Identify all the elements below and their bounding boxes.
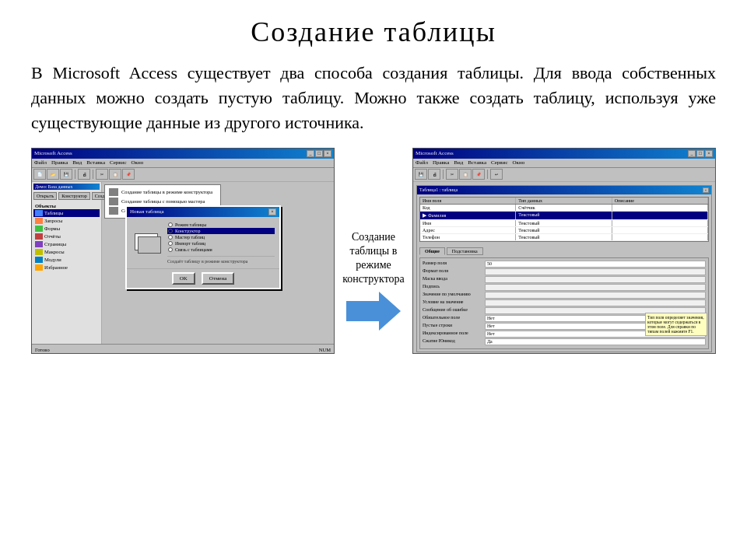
macros-icon	[35, 249, 43, 255]
menu-view[interactable]: Вид	[72, 159, 82, 166]
nav-reports[interactable]: Отчёты	[33, 233, 100, 240]
nav-macros[interactable]: Макросы	[33, 248, 100, 256]
dialog-close-btn[interactable]: ×	[268, 208, 276, 215]
nav-favorites[interactable]: Избранное	[33, 264, 100, 271]
minimize-btn[interactable]: _	[307, 150, 314, 157]
r-menu-file[interactable]: Файл	[416, 159, 428, 166]
option-wizard-label: Создание таблицы с помощью мастера	[121, 198, 205, 204]
nav-tables[interactable]: Таблицы	[33, 209, 100, 217]
tb-cut[interactable]: ✂	[96, 169, 108, 180]
page: Создание таблицы В Microsoft Access суще…	[0, 0, 747, 560]
reports-icon	[35, 233, 43, 240]
nav-modules[interactable]: Модули	[33, 256, 100, 264]
menu-insert[interactable]: Вставка	[86, 159, 105, 166]
left-nav-panel: Демо: База данных Открыть Конструктор Со…	[32, 182, 102, 344]
nav-queries[interactable]: Запросы	[33, 217, 100, 225]
radio-constructor	[168, 229, 173, 233]
hint-box: Тип поля определяет значения, которые мо…	[645, 313, 707, 336]
r-tb-cut[interactable]: ✂	[446, 169, 458, 180]
field-table-header: Имя поля Тип данных Описание	[420, 198, 708, 205]
prop-default-value[interactable]	[485, 292, 706, 299]
tb-copy[interactable]: 📋	[109, 169, 121, 180]
maximize-btn[interactable]: □	[315, 150, 323, 157]
r-tb-paste[interactable]: 📌	[472, 169, 485, 180]
field-arrow: ▶	[423, 212, 426, 219]
field-desc-3	[612, 227, 708, 233]
db-open-btn[interactable]: Открыть	[33, 192, 57, 200]
opt-constructor[interactable]: Конструктор	[167, 228, 275, 234]
r-tb-undo[interactable]: ↩	[490, 169, 503, 180]
tab-lookup[interactable]: Подстановка	[447, 247, 483, 255]
field-row-2[interactable]: Имя Текстовый	[420, 220, 708, 227]
body-text: В Microsoft Access существует два способ…	[31, 61, 716, 135]
prop-size-value[interactable]: 50	[485, 261, 706, 268]
prop-mask-value[interactable]	[485, 276, 706, 283]
prop-condition-value[interactable]	[485, 299, 706, 306]
prop-format-value[interactable]	[485, 268, 706, 275]
opt-link[interactable]: Связь с таблицами	[167, 247, 275, 253]
field-row-1[interactable]: ▶ Фамилия Текстовый	[420, 212, 708, 220]
r-menu-view[interactable]: Вид	[454, 159, 463, 166]
r-menu-tools[interactable]: Сервис	[491, 159, 508, 166]
r-menu-window[interactable]: Окно	[513, 159, 525, 166]
opt-constructor-label: Конструктор	[175, 229, 201, 233]
menu-edit[interactable]: Правка	[51, 159, 68, 166]
nav-pages[interactable]: Страницы	[33, 240, 100, 248]
cancel-button[interactable]: Отмена	[202, 272, 235, 285]
td-close-btn[interactable]: ×	[703, 187, 709, 193]
r-minimize-btn[interactable]: _	[688, 150, 696, 157]
field-type-3: Текстовый	[516, 227, 612, 233]
ok-button[interactable]: OK	[172, 272, 195, 285]
field-row-0[interactable]: Код Счётчик	[420, 205, 708, 212]
nav-macros-label: Макросы	[44, 249, 65, 254]
svg-marker-0	[346, 292, 401, 331]
caption-area: Создание таблицы в режиме конструктора	[335, 230, 412, 290]
opt-import[interactable]: Импорт таблиц	[167, 240, 275, 247]
left-body: Демо: База данных Открыть Конструктор Со…	[32, 182, 334, 344]
tab-general[interactable]: Общие	[419, 247, 445, 255]
nav-forms[interactable]: Формы	[33, 225, 100, 233]
tb-open[interactable]: 📂	[47, 169, 59, 180]
r-tb-copy[interactable]: 📋	[459, 169, 472, 180]
properties-area: Общие Подстановка Размер поля 50	[417, 247, 711, 352]
left-titlebar: Microsoft Access _ □ ×	[32, 149, 334, 159]
prop-caption-value[interactable]	[485, 284, 706, 291]
field-desc-2	[612, 220, 708, 226]
prop-caption: Подпись	[423, 284, 706, 291]
col-field-name: Имя поля	[420, 198, 516, 204]
col-description: Описание	[612, 198, 708, 204]
opt-table-mode[interactable]: Режим таблицы	[167, 222, 275, 228]
dialog-title-text: Новая таблица	[130, 208, 164, 215]
menu-file[interactable]: Файл	[34, 159, 47, 166]
prop-mask-label: Маска ввода	[423, 276, 485, 283]
tb-save[interactable]: 💾	[60, 169, 72, 180]
field-row-4[interactable]: Телефон Текстовый	[420, 234, 708, 241]
r-maximize-btn[interactable]: □	[696, 150, 704, 157]
dialog-desc: Создаёт таблицу в режиме конструктора	[167, 256, 275, 264]
dialog-icon-area	[132, 222, 163, 264]
opt-wizard[interactable]: Мастер таблиц	[167, 234, 275, 240]
tb-print[interactable]: 🖨	[78, 169, 90, 180]
r-tb-save[interactable]: 💾	[415, 169, 427, 180]
db-title: Демо: База данных	[33, 184, 100, 190]
prop-unicode-value[interactable]: Да	[485, 338, 706, 345]
r-tb-print[interactable]: 🖨	[428, 169, 440, 180]
dialog-footer: OK Отмена	[127, 268, 279, 288]
tb-paste[interactable]: 📌	[122, 169, 135, 180]
option-constructor[interactable]: Создание таблицы в режиме конструктора	[107, 187, 218, 197]
r-tb-sep1	[443, 170, 444, 179]
tb-new[interactable]: 📄	[33, 169, 46, 180]
r-menu-insert[interactable]: Вставка	[468, 159, 486, 166]
close-btn[interactable]: ×	[324, 150, 331, 157]
menu-window[interactable]: Окно	[132, 159, 144, 166]
field-type-4: Текстовый	[516, 234, 612, 240]
r-menu-edit[interactable]: Правка	[433, 159, 449, 166]
nav-objects: Объекты	[33, 202, 100, 209]
r-close-btn[interactable]: ×	[705, 150, 713, 157]
page-title: Создание таблицы	[31, 16, 716, 48]
menu-tools[interactable]: Сервис	[110, 159, 127, 166]
opt-wizard-label: Мастер таблиц	[175, 235, 205, 240]
db-design-btn[interactable]: Конструктор	[58, 192, 90, 200]
field-row-3[interactable]: Адрес Текстовый	[420, 227, 708, 234]
radio-wizard	[168, 235, 173, 240]
